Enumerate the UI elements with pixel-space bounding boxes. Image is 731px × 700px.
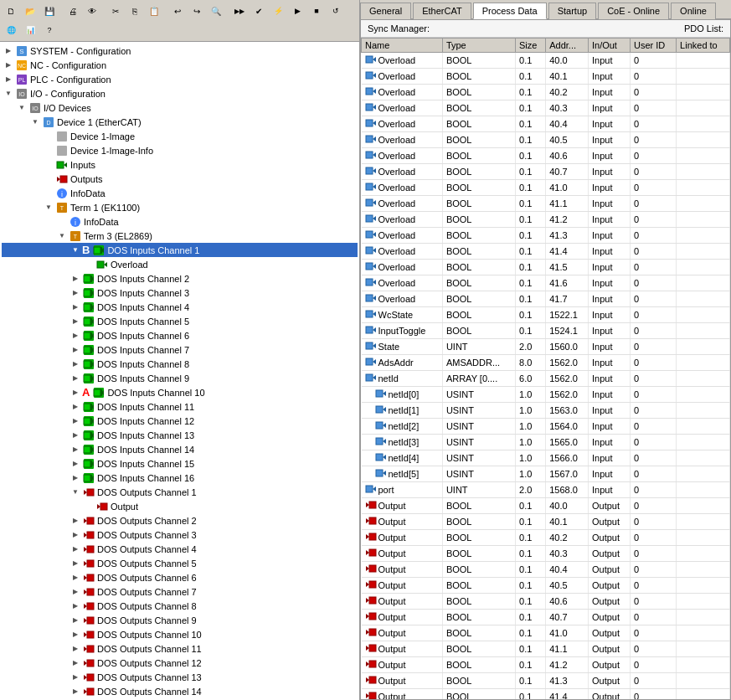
toolbar-start-btn[interactable]: ▶ xyxy=(288,2,306,20)
table-row[interactable]: netId[5] USINT1.01567.0Input0 xyxy=(362,466,730,482)
tree-item-term1[interactable]: ▼TTerm 1 (EK1100) xyxy=(2,200,358,214)
tab-ethercat[interactable]: EtherCAT xyxy=(413,3,471,19)
tree-item-dosout10[interactable]: ▶DOS Outputs Channel 10 xyxy=(2,627,358,641)
toolbar-paste-btn[interactable]: 📋 xyxy=(145,2,163,20)
tree-item-dosout11[interactable]: ▶DOS Outputs Channel 11 xyxy=(2,641,358,656)
tree-expander-dosout4[interactable]: ▶ xyxy=(69,543,82,556)
table-row[interactable]: Overload BOOL0.140.4Input0 xyxy=(362,116,730,132)
tree-expander-dosout8[interactable]: ▶ xyxy=(69,600,82,613)
tree-item-dosout7[interactable]: ▶DOS Outputs Channel 7 xyxy=(2,584,358,599)
tree-item-dosin12[interactable]: ▶DOS Inputs Channel 12 xyxy=(2,414,358,428)
tree-item-nc[interactable]: ▶NCNC - Configuration xyxy=(2,58,358,72)
tree-expander-dosin10[interactable]: ▶ xyxy=(69,386,82,399)
tree-item-device1imginfo[interactable]: Device 1-Image-Info xyxy=(2,143,358,157)
tree-expander-dosin6[interactable]: ▶ xyxy=(69,329,82,342)
tree-expander-dosin16[interactable]: ▶ xyxy=(69,471,82,485)
tree-expander-dosout13[interactable]: ▶ xyxy=(69,671,82,684)
tree-item-dosout3[interactable]: ▶DOS Outputs Channel 3 xyxy=(2,528,358,542)
table-row[interactable]: port UINT2.01568.0Input0 xyxy=(362,482,730,498)
tree-item-dosin5[interactable]: ▶DOS Inputs Channel 5 xyxy=(2,314,358,328)
table-row[interactable]: Overload BOOL0.140.5Input0 xyxy=(362,132,730,148)
table-row[interactable]: netId[2] USINT1.01564.0Input0 xyxy=(362,419,730,435)
tree-item-dosout9[interactable]: ▶DOS Outputs Channel 9 xyxy=(2,613,358,627)
table-row[interactable]: Overload BOOL0.141.7Input0 xyxy=(362,291,730,307)
table-row[interactable]: Output BOOL0.141.3Output0 xyxy=(362,673,730,689)
tab-startup[interactable]: Startup xyxy=(548,3,596,19)
tab-process-data[interactable]: Process Data xyxy=(473,3,547,19)
tree-expander-iodevices[interactable]: ▼ xyxy=(15,101,28,115)
table-row[interactable]: Overload BOOL0.141.0Input0 xyxy=(362,180,730,196)
table-row[interactable]: Output BOOL0.141.1Output0 xyxy=(362,641,730,657)
tree-expander-dosout14[interactable]: ▶ xyxy=(69,685,82,698)
tree-item-dosin1[interactable]: ▼BDOS Inputs Channel 1 xyxy=(2,243,358,257)
table-row[interactable]: netId[0] USINT1.01562.0Input0 xyxy=(362,387,730,403)
tree-expander-dosin12[interactable]: ▶ xyxy=(69,414,82,428)
tree-expander-nc[interactable]: ▶ xyxy=(2,59,15,72)
toolbar-help-btn[interactable]: ? xyxy=(40,21,59,39)
tree-item-dosin14[interactable]: ▶DOS Inputs Channel 14 xyxy=(2,442,358,456)
tree-expander-dosin2[interactable]: ▶ xyxy=(69,272,82,286)
tree-expander-dosout7[interactable]: ▶ xyxy=(69,585,82,599)
tree-item-dosout13[interactable]: ▶DOS Outputs Channel 13 xyxy=(2,670,358,684)
table-row[interactable]: Output BOOL0.140.4Output0 xyxy=(362,562,730,578)
table-row[interactable]: netId ARRAY [0....6.01562.0Input0 xyxy=(362,371,730,387)
tree-item-dosin6[interactable]: ▶DOS Inputs Channel 6 xyxy=(2,328,358,342)
tree-item-dosin3[interactable]: ▶DOS Inputs Channel 3 xyxy=(2,286,358,300)
toolbar-find-btn[interactable]: 🔍 xyxy=(207,2,225,20)
toolbar-check-btn[interactable]: ✔ xyxy=(250,2,268,20)
tree-item-dosin7[interactable]: ▶DOS Inputs Channel 7 xyxy=(2,342,358,357)
tree-expander-dosout5[interactable]: ▶ xyxy=(69,557,82,570)
tree-item-dosin8[interactable]: ▶DOS Inputs Channel 8 xyxy=(2,357,358,371)
tab-general[interactable]: General xyxy=(360,3,411,19)
tree-item-iodevices[interactable]: ▼IOI/O Devices xyxy=(2,100,358,115)
toolbar-new-btn[interactable]: 🗋 xyxy=(2,2,20,20)
table-row[interactable]: Output BOOL0.140.7Output0 xyxy=(362,610,730,625)
toolbar-undo-btn[interactable]: ↩ xyxy=(168,2,187,20)
table-row[interactable]: Overload BOOL0.140.0Input0 xyxy=(362,53,730,69)
tree-expander-dosin13[interactable]: ▶ xyxy=(69,429,82,442)
tree-item-outputs[interactable]: Outputs xyxy=(2,172,358,186)
table-row[interactable]: Output BOOL0.140.0Output0 xyxy=(362,498,730,514)
tree-item-dosout2[interactable]: ▶DOS Outputs Channel 2 xyxy=(2,513,358,528)
table-row[interactable]: Output BOOL0.140.6Output0 xyxy=(362,594,730,610)
tree-expander-dosout12[interactable]: ▶ xyxy=(69,656,82,670)
tree-expander-dosout2[interactable]: ▶ xyxy=(69,514,82,528)
toolbar-stop-btn[interactable]: ■ xyxy=(307,2,326,20)
table-row[interactable]: Overload BOOL0.141.3Input0 xyxy=(362,228,730,244)
table-row[interactable]: InputToggle BOOL0.11524.1Input0 xyxy=(362,323,730,339)
tree-expander-dosin9[interactable]: ▶ xyxy=(69,372,82,385)
table-row[interactable]: Overload BOOL0.141.2Input0 xyxy=(362,212,730,228)
tree-expander-dosout11[interactable]: ▶ xyxy=(69,642,82,656)
table-row[interactable]: Overload BOOL0.141.4Input0 xyxy=(362,244,730,260)
toolbar-activate-btn[interactable]: ⚡ xyxy=(269,2,287,20)
tree-expander-dosin11[interactable]: ▶ xyxy=(69,400,82,414)
tree-expander-dosin3[interactable]: ▶ xyxy=(69,286,82,300)
table-row[interactable]: netId[3] USINT1.01565.0Input0 xyxy=(362,435,730,450)
tree-expander-term3[interactable]: ▼ xyxy=(55,229,69,243)
toolbar-restart-btn[interactable]: ↺ xyxy=(327,2,345,20)
toolbar-build-btn[interactable]: ▶▶ xyxy=(230,2,249,20)
tree-item-dosin13[interactable]: ▶DOS Inputs Channel 13 xyxy=(2,428,358,442)
table-row[interactable]: Output BOOL0.141.4Output0 xyxy=(362,689,730,700)
tree-item-dosin4[interactable]: ▶DOS Inputs Channel 4 xyxy=(2,300,358,314)
tree-item-dosin10[interactable]: ▶ADOS Inputs Channel 10 xyxy=(2,385,358,399)
tree-expander-dosout1[interactable]: ▼ xyxy=(69,486,82,499)
toolbar-redo-btn[interactable]: ↪ xyxy=(188,2,206,20)
toolbar-copy-btn[interactable]: ⎘ xyxy=(126,2,144,20)
tree-item-term1info[interactable]: iInfoData xyxy=(2,214,358,229)
tree-expander-dosin8[interactable]: ▶ xyxy=(69,358,82,371)
tree-item-dosout5[interactable]: ▶DOS Outputs Channel 5 xyxy=(2,556,358,570)
tree-expander-dosin15[interactable]: ▶ xyxy=(69,457,82,471)
tree-expander-dosin1[interactable]: ▼ xyxy=(69,244,82,257)
tree-expander-dosout6[interactable]: ▶ xyxy=(69,571,82,584)
tree-item-dosout12[interactable]: ▶DOS Outputs Channel 12 xyxy=(2,656,358,670)
tree-expander-dosin14[interactable]: ▶ xyxy=(69,443,82,456)
table-row[interactable]: Output BOOL0.140.2Output0 xyxy=(362,530,730,546)
tree-item-dosout14[interactable]: ▶DOS Outputs Channel 14 xyxy=(2,684,358,698)
tree-item-device1img[interactable]: Device 1-Image xyxy=(2,129,358,143)
tree-expander-term1[interactable]: ▼ xyxy=(42,201,55,214)
table-row[interactable]: Overload BOOL0.140.2Input0 xyxy=(362,85,730,100)
tree-item-dosout6[interactable]: ▶DOS Outputs Channel 6 xyxy=(2,570,358,584)
tree-item-dosin2[interactable]: ▶DOS Inputs Channel 2 xyxy=(2,271,358,286)
table-row[interactable]: Output BOOL0.140.5Output0 xyxy=(362,578,730,594)
